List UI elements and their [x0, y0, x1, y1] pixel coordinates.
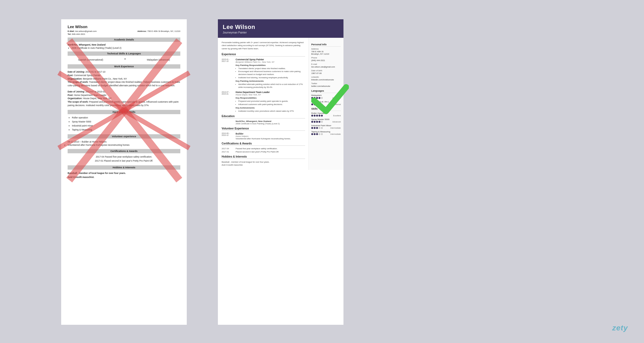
lang-item: Spanish (Lat. Am.) Conversational [311, 100, 341, 105]
right-sidebar: Personal Info Address 706 E 40th StBrook… [309, 38, 343, 170]
lang-list: Malayalam Advanced Spanish (Lat. Am.) Co… [311, 94, 341, 105]
skills-list: Roller Operation Excellent Spray Master … [311, 112, 341, 135]
left-resume: Lee Wilson E-Mail: lee.wilson@gmail.com … [61, 19, 187, 325]
zety-watermark: zety [612, 324, 628, 332]
hard-soft-item: Roller operation [72, 116, 180, 120]
skill-item: Taping & Measuring Intermediate [311, 131, 341, 135]
languages-title: Languages [311, 90, 341, 93]
left-tel: Tel: 646-444-3321 [68, 33, 180, 35]
personal-info-title: Personal Info [311, 43, 341, 47]
cert-content: 2017-04 Passed five-year workplace safet… [68, 155, 180, 163]
skill-item: Roller Operation Excellent [311, 112, 341, 117]
job-1: 2015-01 - 2017-10 Commercial Spray Paint… [222, 58, 305, 89]
volunteer-entry: 2010-09 - 2010-12 Builder Home Helpers V… [222, 132, 305, 140]
vol-title: Volunteer Experience [222, 127, 305, 131]
edu-title: Education [222, 115, 305, 118]
certs-header: Certifications & Awards [68, 149, 180, 153]
hard-soft-content: Roller operationSpray Master 5000Industr… [68, 116, 180, 132]
right-resume: Lee Wilson Journeyman Painter Personable… [218, 19, 343, 325]
hobbies-title-right: Hobbies & Interests [222, 155, 305, 159]
volunteer-header: Volunteer experience [68, 134, 180, 139]
technical-content: Spanish (conversational) Malayalam (adva… [68, 57, 180, 62]
work-header: Work Experience [68, 64, 180, 69]
right-body: Personable building painter with 2+ year… [218, 38, 343, 170]
technical-header: Technical Skills & Languages [68, 51, 180, 56]
right-header: Lee Wilson Journeyman Painter [218, 19, 343, 38]
skill-item: Spray Master 5000 Advanced [311, 118, 341, 123]
education-entry: NorthTec, Whangarei, New Zealand 2008 Ce… [222, 120, 305, 125]
right-summary: Personable building painter with 2+ year… [222, 41, 305, 50]
skills-title: Skills [311, 107, 341, 111]
academic-header: Academic Details [68, 38, 180, 42]
certs-title-right: Certifications & Awards [222, 142, 305, 146]
sidebar-address: 706 E 40th StBrooklyn, NY 11210 [311, 50, 341, 55]
right-name: Lee Wilson [223, 24, 339, 31]
hobbies-header: Hobbies & Interests [68, 165, 180, 170]
right-title: Journeyman Painter [223, 31, 339, 34]
hard-soft-item: Taping & Measuring [72, 128, 180, 132]
left-email: E-Mail: lee.wilson@gmail.com [68, 30, 97, 32]
right-main: Personable building painter with 2+ year… [218, 38, 309, 170]
work-content: Date of Joining: 2015-01 to 2017-10 Post… [68, 70, 180, 107]
left-address: Address: 706 E 40th St Brooklyn, NY, 112… [137, 30, 180, 32]
certs-list: 2017-04Passed five-year workplace safety… [222, 147, 305, 153]
dob-label: Date of birth [311, 69, 341, 72]
cert-item: 2017-01Placed second in last year's Pret… [222, 151, 305, 153]
hobbies-content-right: Baseball - member of local league for ov… [222, 161, 305, 167]
exp-title: Experience [222, 53, 305, 57]
academic-content: NorthTec, Whangarei, New Zealand 2008 Ce… [68, 43, 180, 49]
skill-item: Industrial Paint Mixer Intermediate [311, 124, 341, 129]
lang-item: Malayalam Advanced [311, 94, 341, 99]
hard-soft-item: Industrial paint mixer [72, 124, 180, 128]
hobbies-content: Baseball - member of local league for ov… [68, 171, 180, 180]
left-name: Lee Wilson [68, 25, 180, 29]
volunteer-content: 09-12.2010 – Builder at Home Helpers Vol… [68, 140, 180, 147]
job-2: 2013-07 - 2015-01 Home Department Team L… [222, 91, 305, 113]
hard-soft-header: Hard and Soft Skills [68, 110, 180, 114]
cert-item: 2017-04Passed five-year workplace safety… [222, 147, 305, 150]
hard-soft-item: Spray Master 5000 [72, 120, 180, 124]
